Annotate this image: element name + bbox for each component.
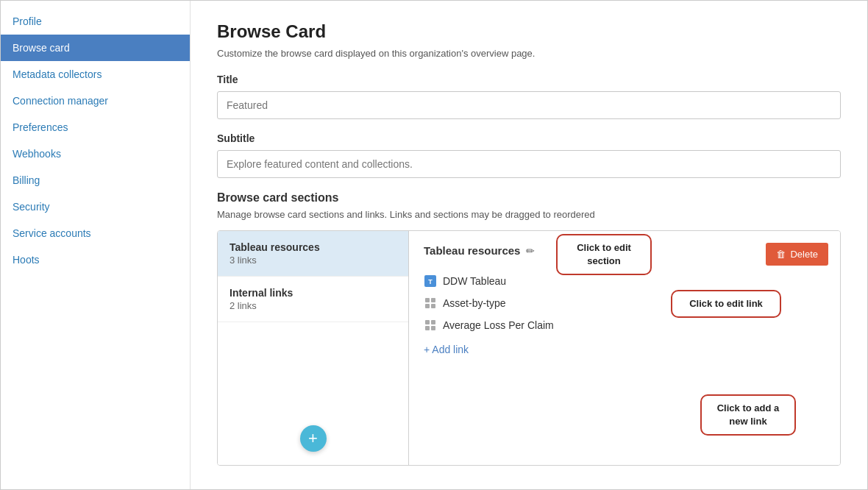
sidebar-item-connection-manager[interactable]: Connection manager: [1, 88, 190, 114]
add-link-button[interactable]: + Add link: [424, 339, 469, 360]
trash-icon: 🗑: [776, 249, 786, 260]
sections-heading: Browse card sections: [217, 191, 841, 205]
app-wrapper: Profile Browse card Metadata collectors …: [0, 0, 868, 490]
sidebar-item-browse-card[interactable]: Browse card: [1, 35, 190, 61]
add-section-button[interactable]: +: [300, 425, 327, 452]
sections-panel: Tableau resources 3 links Internal links…: [217, 230, 841, 466]
title-input[interactable]: [217, 91, 841, 119]
plus-icon: +: [308, 429, 318, 448]
subtitle-input[interactable]: [217, 150, 841, 178]
sidebar-item-preferences[interactable]: Preferences: [1, 114, 190, 141]
main-content: Browse Card Customize the browse card di…: [191, 1, 867, 489]
sidebar-item-billing[interactable]: Billing: [1, 167, 190, 193]
delete-section-button[interactable]: 🗑 Delete: [766, 243, 828, 266]
sidebar-item-security[interactable]: Security: [1, 193, 190, 220]
section-count-tableau: 3 links: [230, 255, 396, 266]
section-name-tableau: Tableau resources: [230, 241, 396, 253]
link-icon-asset: [424, 297, 437, 310]
section-list-item-tableau[interactable]: Tableau resources 3 links: [218, 231, 408, 277]
section-list-item-internal[interactable]: Internal links 2 links: [218, 277, 408, 322]
link-icon-average: [424, 319, 437, 332]
page-title: Browse Card: [217, 21, 841, 42]
section-detail-header: Tableau resources ✏: [424, 244, 825, 257]
sidebar-item-metadata-collectors[interactable]: Metadata collectors: [1, 61, 190, 88]
page-description: Customize the browse card displayed on t…: [217, 48, 841, 59]
sections-desc: Manage browse card sections and links. L…: [217, 209, 841, 220]
sidebar-item-hoots[interactable]: Hoots: [1, 246, 190, 273]
edit-section-icon[interactable]: ✏: [526, 245, 535, 257]
section-name-internal: Internal links: [230, 287, 396, 299]
link-name-average: Average Loss Per Claim: [443, 319, 554, 331]
subtitle-label: Subtitle: [217, 132, 841, 144]
title-label: Title: [217, 74, 841, 85]
delete-label: Delete: [790, 249, 818, 260]
sidebar-item-service-accounts[interactable]: Service accounts: [1, 220, 190, 246]
sidebar-item-webhooks[interactable]: Webhooks: [1, 141, 190, 167]
link-name-ddw: DDW Tableau: [443, 275, 506, 287]
link-item-asset[interactable]: Asset-by-type: [424, 292, 825, 314]
link-item-ddw[interactable]: T DDW Tableau: [424, 270, 825, 292]
section-count-internal: 2 links: [230, 300, 396, 311]
section-detail-title: Tableau resources: [424, 244, 520, 257]
link-item-average[interactable]: Average Loss Per Claim: [424, 314, 825, 336]
section-list: Tableau resources 3 links Internal links…: [218, 231, 409, 465]
add-link-callout: Click to add a new link: [700, 394, 796, 436]
sidebar: Profile Browse card Metadata collectors …: [1, 1, 191, 489]
link-name-asset: Asset-by-type: [443, 297, 506, 309]
sidebar-item-profile[interactable]: Profile: [1, 8, 190, 35]
svg-text:T: T: [428, 278, 433, 285]
section-detail: Tableau resources ✏ Click to edit sectio…: [409, 231, 840, 465]
link-icon-ddw: T: [424, 274, 437, 288]
add-link-label: + Add link: [424, 344, 469, 355]
